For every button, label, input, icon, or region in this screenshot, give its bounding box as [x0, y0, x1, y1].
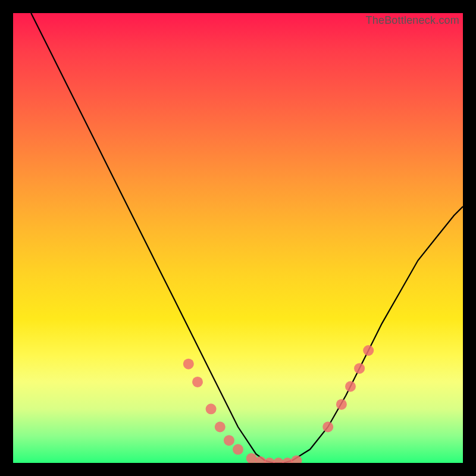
chart-frame: TheBottleneck.com [13, 13, 463, 463]
curve-marker [354, 363, 365, 374]
curve-marker [273, 458, 284, 463]
watermark-text: TheBottleneck.com [366, 14, 459, 27]
bottleneck-curve [31, 13, 463, 463]
curve-marker [215, 422, 226, 433]
curve-marker [291, 455, 302, 463]
curve-marker [183, 359, 194, 369]
curve-marker [336, 399, 347, 410]
chart-svg [13, 13, 463, 463]
curve-marker [233, 444, 243, 455]
curve-marker [345, 381, 356, 392]
curve-markers [183, 345, 374, 463]
curve-marker [192, 377, 203, 387]
curve-marker [206, 403, 217, 414]
curve-marker [224, 435, 234, 446]
curve-marker [322, 422, 333, 433]
curve-marker [363, 345, 374, 356]
